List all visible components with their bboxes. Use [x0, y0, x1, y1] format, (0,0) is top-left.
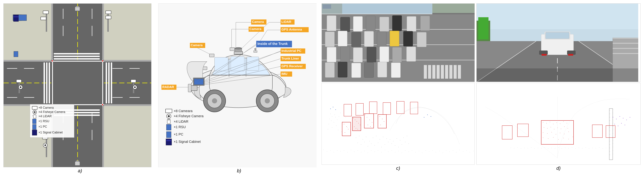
svg-rect-406: [572, 147, 572, 148]
svg-rect-299: [380, 116, 380, 117]
svg-rect-220: [325, 62, 334, 77]
svg-rect-340: [392, 150, 392, 151]
svg-rect-195: [454, 65, 457, 79]
svg-rect-395: [534, 148, 535, 149]
svg-rect-260: [361, 144, 361, 145]
svg-rect-228: [322, 83, 475, 165]
svg-rect-293: [367, 117, 367, 117]
svg-rect-239: [340, 113, 341, 113]
svg-rect-247: [338, 130, 338, 130]
svg-rect-61: [106, 11, 111, 14]
svg-rect-320: [324, 149, 324, 150]
svg-rect-409: [582, 148, 582, 148]
lidar-svg-c: [322, 83, 475, 165]
svg-rect-364: [473, 151, 474, 151]
svg-rect-77: [76, 161, 79, 162]
svg-rect-352: [432, 150, 433, 151]
svg-rect-203: [407, 16, 416, 31]
svg-rect-194: [449, 65, 452, 79]
svg-rect-272: [400, 140, 400, 140]
svg-rect-217: [380, 47, 389, 62]
svg-rect-245: [328, 129, 328, 129]
svg-text:Camera: Camera: [250, 27, 261, 31]
svg-rect-336: [378, 150, 378, 151]
svg-text:×1 RSU: ×1 RSU: [38, 120, 49, 123]
svg-rect-51: [52, 60, 53, 61]
svg-rect-349: [422, 153, 422, 153]
forward-photo-svg: [476, 4, 638, 82]
svg-rect-416: [606, 148, 606, 148]
svg-rect-426: [544, 127, 544, 128]
svg-rect-423: [560, 124, 560, 124]
svg-rect-286: [358, 123, 359, 123]
svg-rect-190: [432, 65, 436, 79]
svg-rect-485: [621, 123, 622, 124]
svg-rect-481: [626, 120, 627, 120]
svg-rect-117: [210, 54, 214, 57]
svg-rect-322: [330, 150, 330, 151]
svg-text:LiDAR: LiDAR: [282, 20, 291, 24]
svg-rect-354: [439, 151, 440, 151]
svg-rect-399: [548, 148, 548, 149]
svg-rect-119: [190, 85, 197, 90]
svg-rect-396: [538, 148, 538, 148]
svg-rect-470: [613, 133, 613, 134]
svg-rect-191: [436, 65, 440, 79]
svg-rect-341: [395, 152, 395, 152]
svg-rect-347: [415, 152, 416, 152]
svg-rect-237: [339, 116, 339, 117]
svg-rect-216: [367, 47, 376, 62]
svg-rect-361: [463, 151, 463, 152]
svg-rect-446: [568, 139, 569, 139]
svg-rect-403: [562, 148, 562, 149]
svg-rect-204: [420, 16, 430, 31]
svg-rect-394: [531, 147, 531, 148]
svg-rect-466: [613, 120, 613, 120]
svg-rect-13: [104, 60, 152, 62]
svg-rect-44: [106, 62, 107, 104]
svg-rect-232: [334, 115, 335, 115]
svg-rect-300: [382, 119, 382, 119]
svg-rect-339: [388, 151, 388, 152]
svg-rect-348: [419, 151, 419, 151]
svg-text:×4 Fisheye Camera: ×4 Fisheye Camera: [38, 110, 66, 114]
svg-rect-407: [575, 148, 576, 149]
svg-rect-404: [565, 148, 566, 148]
svg-rect-257: [383, 137, 383, 137]
svg-rect-60: [107, 11, 109, 32]
svg-rect-197: [327, 16, 336, 31]
svg-rect-471: [613, 137, 613, 137]
svg-rect-43: [49, 62, 50, 104]
svg-rect-359: [456, 152, 456, 152]
svg-rect-425: [567, 123, 567, 123]
svg-rect-408: [579, 148, 579, 148]
svg-rect-462: [610, 155, 610, 155]
svg-rect-278: [402, 144, 402, 145]
svg-rect-437: [556, 134, 556, 134]
svg-text:×4 Fisheye Camera: ×4 Fisheye Camera: [174, 114, 204, 118]
svg-point-112: [235, 47, 242, 49]
svg-rect-329: [354, 151, 354, 152]
svg-rect-80: [14, 16, 18, 17]
svg-rect-318: [427, 115, 428, 115]
svg-rect-45: [108, 62, 110, 104]
lidar-pointcloud-d: [476, 83, 640, 165]
svg-rect-225: [391, 63, 400, 78]
svg-rect-8: [102, 4, 104, 60]
svg-rect-173: [166, 124, 171, 130]
svg-rect-271: [396, 138, 397, 139]
svg-rect-231: [330, 119, 330, 119]
svg-rect-432: [564, 126, 564, 127]
svg-rect-11: [4, 60, 51, 62]
svg-rect-441: [543, 138, 543, 138]
svg-rect-450: [610, 114, 610, 114]
svg-rect-480: [623, 118, 624, 118]
svg-rect-252: [366, 137, 366, 137]
svg-rect-316: [335, 109, 336, 110]
svg-rect-393: [528, 148, 528, 148]
svg-rect-321: [327, 151, 327, 151]
svg-rect-350: [426, 150, 426, 151]
svg-rect-248: [341, 132, 342, 132]
svg-rect-236: [337, 120, 338, 120]
svg-rect-295: [372, 122, 372, 123]
